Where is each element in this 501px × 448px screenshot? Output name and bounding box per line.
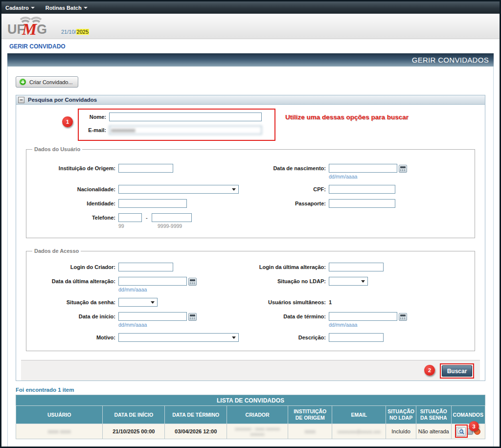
usuarios-simultaneos-label: Usuários simultâneos:: [250, 298, 329, 305]
data-ultima-hint: dd/mm/aaaa: [118, 287, 197, 292]
identidade-input[interactable]: [118, 199, 187, 208]
table-row: xxxx xxxx 21/10/2025 00:00 03/04/2026 12…: [16, 424, 485, 439]
nacionalidade-label: Nacionalidade:: [30, 185, 118, 192]
data-termino-label: Data de término:: [250, 312, 329, 319]
page-title: GERIR CONVIDADOS: [412, 56, 489, 64]
annotation-badge-2: 2: [424, 365, 435, 376]
data-ultima-input[interactable]: [118, 277, 187, 286]
situacao-senha-label: Situação da senha:: [30, 298, 118, 305]
usuarios-simultaneos-value: 1: [329, 298, 332, 305]
instituicao-input[interactable]: [118, 164, 173, 173]
collapse-icon[interactable]: −: [18, 97, 24, 103]
situacao-ldap-label: Situação no LDAP:: [250, 277, 329, 284]
calendar-icon[interactable]: [399, 313, 407, 321]
nacionalidade-select[interactable]: [118, 185, 239, 194]
buscar-button[interactable]: Buscar: [442, 365, 472, 377]
data-termino-hint: dd/mm/aaaa: [329, 322, 407, 328]
annotation-badge-1: 1: [62, 116, 73, 127]
menu-rotinas-batch[interactable]: Rotinas Batch: [46, 5, 88, 11]
col-situacao-ldap: SITUAÇÃO NO LDAP: [386, 406, 416, 424]
search-panel-body: Nome: E-mail: 1 Utilize uma dessas opçõe…: [16, 105, 485, 381]
passaporte-input[interactable]: [329, 199, 395, 208]
login-criador-label: Login do Criador:: [30, 263, 118, 270]
chevron-down-icon: [232, 336, 236, 339]
data-ultima-label: Data da última alteração:: [30, 277, 118, 284]
menu-cadastro-label: Cadastro: [5, 5, 29, 11]
chevron-down-icon: [232, 188, 236, 191]
situacao-ldap-select[interactable]: [329, 277, 368, 286]
login-ultima-label: Login da última alteração:: [250, 263, 329, 270]
col-usuario: USUÁRIO: [16, 406, 103, 424]
calendar-icon[interactable]: [399, 165, 407, 173]
nascimento-label: Data de nascimento:: [250, 164, 329, 171]
access-data-fieldset: Dados de Acesso Login do Criador: Login …: [26, 248, 475, 351]
svg-text:M: M: [22, 20, 38, 36]
telefone-numero-hint: 9999-9999: [158, 223, 182, 229]
view-convidado-button[interactable]: [456, 427, 466, 436]
table-header-row: USUÁRIO DATA DE INÍCIO DATA DE TÉRMINO C…: [16, 406, 485, 424]
breadcrumb[interactable]: GERIR CONVIDADO: [9, 43, 66, 50]
search-panel-header: − Pesquisa por Convidados: [16, 95, 485, 105]
user-data-legend: Dados do Usuário: [32, 146, 82, 152]
create-convidado-label: Criar Convidado...: [29, 79, 73, 85]
telefone-label: Telefone:: [30, 213, 118, 221]
user-data-fieldset: Dados do Usuário Instituição de Origem: …: [26, 146, 475, 238]
col-email: EMAIL: [332, 406, 386, 424]
calendar-icon[interactable]: [188, 313, 197, 321]
data-termino-input[interactable]: [329, 312, 397, 321]
annotation-rect-2: Buscar: [440, 363, 474, 379]
ufmg-logo: UF G M: [7, 16, 56, 36]
row-comandos: 3: [451, 424, 485, 439]
annotation-tip: Utilize uma dessas opções para buscar: [285, 113, 409, 121]
col-situacao-senha: SITUAÇÃO DA SENHA: [416, 406, 451, 424]
col-data-inicio: DATA DE INÍCIO: [103, 406, 165, 424]
telefone-numero-input[interactable]: [152, 213, 192, 222]
col-criador: CRIADOR: [227, 406, 288, 424]
menu-cadastro[interactable]: Cadastro: [5, 5, 35, 11]
search-panel: − Pesquisa por Convidados Nome: E-mail:: [16, 95, 485, 381]
col-instituicao: INSTITUIÇÃO DE ORIGEM: [288, 406, 332, 424]
convidados-table: LISTA DE CONVIDADOS USUÁRIO DATA DE INÍC…: [16, 395, 485, 439]
row-situacao-senha: Não alterada: [416, 424, 451, 439]
cpf-label: CPF:: [250, 185, 329, 192]
search-panel-title: Pesquisa por Convidados: [28, 97, 97, 103]
descricao-input[interactable]: [329, 333, 384, 342]
col-data-termino: DATA DE TÉRMINO: [165, 406, 227, 424]
row-criador-redacted: xxxxxxx - xxxx xxxxxx xxxxxx: [235, 426, 280, 437]
create-convidado-button[interactable]: Criar Convidado...: [16, 76, 78, 88]
main-content: Criar Convidado... − Pesquisa por Convid…: [7, 67, 494, 447]
date-year-highlight: 2025: [76, 29, 89, 35]
row-usuario-redacted: xxxx xxxx: [48, 428, 71, 434]
telefone-ddd-input[interactable]: [118, 213, 142, 222]
row-situacao-ldap: Incluído: [386, 424, 416, 439]
masthead: UF G M 21/10/2025: [1, 14, 500, 39]
plus-icon: [20, 79, 26, 85]
cpf-input[interactable]: [329, 185, 395, 194]
row-data-inicio: 21/10/2025 00:00: [103, 424, 165, 439]
breadcrumb-row: GERIR CONVIDADO: [1, 39, 500, 52]
calendar-icon[interactable]: [188, 278, 197, 286]
email-input-redacted[interactable]: [109, 126, 262, 134]
data-inicio-label: Data de início:: [30, 312, 118, 319]
table-title: LISTA DE CONVIDADOS: [16, 395, 485, 406]
data-inicio-input[interactable]: [118, 312, 187, 321]
top-menubar: Cadastro Rotinas Batch: [1, 1, 500, 14]
login-ultima-input[interactable]: [329, 263, 384, 271]
nome-input[interactable]: [109, 112, 262, 121]
telefone-ddd-hint: 99: [118, 223, 146, 229]
caret-down-icon: [84, 7, 88, 9]
caret-down-icon: [31, 7, 35, 9]
nascimento-hint: dd/mm/aaaa: [329, 174, 407, 179]
data-inicio-hint: dd/mm/aaaa: [118, 322, 197, 328]
email-label: E-mail:: [21, 126, 109, 133]
chevron-down-icon: [361, 280, 365, 283]
nascimento-input[interactable]: [329, 164, 397, 173]
situacao-senha-select[interactable]: [118, 298, 158, 307]
login-criador-input[interactable]: [118, 263, 173, 271]
row-data-termino: 03/04/2026 12:00: [165, 424, 227, 439]
page: Cadastro Rotinas Batch UF G M 21/10/2025: [1, 1, 500, 447]
passaporte-label: Passaporte:: [250, 199, 329, 206]
row-instituicao-redacted: xxxx: [305, 428, 316, 434]
access-data-legend: Dados de Acesso: [32, 248, 81, 254]
motivo-select[interactable]: [118, 333, 239, 342]
